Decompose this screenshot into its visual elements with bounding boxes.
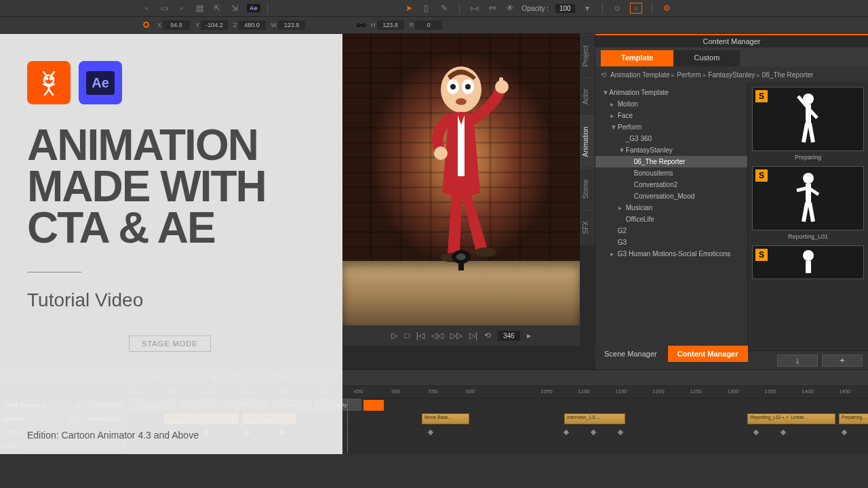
motion-clip[interactable]: Interview_1.0… [564, 413, 625, 424]
playhead[interactable] [347, 399, 348, 453]
vtab-animation[interactable]: Animation [580, 115, 595, 167]
ae-export-badge[interactable]: Ae [247, 4, 260, 12]
link-icon[interactable]: ⚯ [487, 3, 498, 14]
select-tool-icon[interactable]: ➤ [403, 3, 414, 14]
opacity-value[interactable]: 100 [555, 4, 575, 13]
add-button[interactable]: + [822, 354, 863, 367]
tree-item[interactable]: ▸ Face [595, 110, 747, 121]
paint-icon[interactable]: ✎ [439, 3, 450, 14]
clip-marker[interactable] [363, 400, 384, 411]
stage-mode-button[interactable]: STAGE MODE [129, 336, 211, 352]
tree-item[interactable]: ▼ FantasyStanley [595, 144, 747, 156]
keyframe-diamond[interactable] [781, 430, 786, 435]
ruler-tick: 600 [466, 388, 475, 394]
tree-item[interactable]: Conversation_Mood [595, 190, 747, 202]
thumbnail-item[interactable]: S [752, 245, 864, 282]
go-start-icon[interactable]: |◁ [416, 331, 425, 340]
tree-item[interactable]: ▼ Perform [595, 121, 747, 133]
template-tree[interactable]: ▼ Animation Template▸ Motion▸ Face▼ Perf… [595, 83, 748, 350]
spotlight-prop[interactable] [448, 246, 475, 273]
tree-item[interactable]: G2 [595, 225, 747, 237]
loop-icon[interactable]: ⟲ [484, 331, 491, 340]
breadcrumb: ⟲ Animation Template ▸ Perform ▸ Fantasy… [595, 66, 868, 83]
panel-tab-custom[interactable]: Custom [673, 50, 740, 66]
lock-icon[interactable]: ⭘ [141, 19, 152, 31]
panel-tab-template[interactable]: Template [601, 50, 673, 66]
play-icon[interactable]: ▷ [391, 331, 397, 340]
breadcrumb-item[interactable]: Perform [677, 71, 701, 79]
tree-item[interactable]: OfficeLife [595, 214, 747, 225]
tree-item[interactable]: Conversation2 [595, 179, 747, 190]
motion-clip[interactable]: Reporting_L02 • ✓ Linear… [747, 413, 835, 424]
save-icon[interactable]: ▫ [176, 3, 187, 14]
play-range-icon[interactable]: ▹◃ [469, 3, 480, 14]
keyframe-diamond[interactable] [753, 430, 759, 435]
page-icon[interactable]: ▯ [421, 3, 432, 14]
keyframe-diamond[interactable] [428, 430, 433, 435]
tree-item[interactable]: ▸ G3 Human Motions-Social Emoticons [595, 248, 747, 260]
import-icon[interactable]: ⇲ [229, 3, 240, 14]
tree-item[interactable]: Bonousitems [595, 167, 747, 179]
breadcrumb-item[interactable]: 06_The Reporter [762, 71, 814, 79]
panel-tabs: TemplateCustom [595, 47, 868, 66]
go-end-icon[interactable]: ▷| [469, 331, 477, 340]
vtab-sfx[interactable]: SFX [580, 209, 595, 245]
prev-frame-icon[interactable]: ◁◁ [431, 331, 443, 340]
transform-z[interactable]: 480.0 [239, 20, 266, 30]
face-active-icon[interactable]: ☺ [630, 3, 642, 14]
tree-item[interactable]: 06_The Reporter [595, 156, 747, 167]
svg-rect-9 [499, 77, 503, 87]
vtab-scene[interactable]: Scene [580, 168, 595, 209]
ruler-tick: 1100 [578, 388, 590, 394]
export-icon[interactable]: ⇱ [212, 3, 222, 14]
keyframe-diamond[interactable] [591, 430, 596, 435]
transform-x[interactable]: 94.8 [163, 20, 190, 30]
vtab-actor[interactable]: Actor [580, 77, 595, 115]
content-manager-tab[interactable]: Content Manager [668, 346, 748, 362]
current-frame[interactable]: 346 [498, 331, 520, 341]
playback-controls: ▷ □ |◁ ◁◁ ▷▷ ▷| ⟲ 346 ▸ [342, 325, 580, 346]
layers-icon[interactable]: ▤ [194, 3, 205, 14]
open-icon[interactable]: ▭ [159, 3, 170, 14]
apply-button[interactable]: ↓ [777, 354, 818, 367]
breadcrumb-item[interactable]: FantasyStanley [708, 71, 755, 79]
tree-item[interactable]: G3 [595, 237, 747, 248]
transform-h[interactable]: 123.8 [377, 20, 404, 30]
character-fred[interactable] [400, 57, 522, 274]
motion-clip[interactable]: Preparing… [839, 413, 868, 424]
tree-item[interactable]: _G3 360 [595, 133, 747, 144]
keyframe-diamond[interactable] [842, 430, 847, 435]
svg-point-31 [46, 78, 47, 79]
thumbnail-item[interactable]: SReporting_L01 [752, 166, 864, 240]
settings-icon[interactable]: ⚙ [662, 3, 673, 14]
tree-item[interactable]: ▸ Musician [595, 202, 747, 214]
new-file-icon[interactable]: ▫ [141, 3, 152, 14]
stop-icon[interactable]: □ [404, 331, 409, 340]
breadcrumb-item[interactable]: Animation Template [610, 71, 670, 79]
keyframe-diamond[interactable] [618, 430, 623, 435]
thumbnail-item[interactable]: SPreparing [752, 87, 864, 161]
svg-point-2 [450, 84, 456, 89]
viewport[interactable] [342, 34, 580, 325]
transform-y[interactable]: -104.2 [201, 20, 228, 30]
tree-item[interactable]: ▸ Motion [595, 98, 747, 110]
thumbnail-pane[interactable]: SPreparingSReporting_L01S [748, 83, 868, 350]
transform-w[interactable]: 123.8 [278, 20, 305, 30]
vtab-project[interactable]: Project [580, 34, 595, 77]
motion-clip[interactable]: Move Back… [422, 413, 469, 424]
divider [27, 272, 81, 272]
link-wh-icon[interactable]: ⚯ [357, 19, 366, 32]
transform-r[interactable]: 0 [415, 20, 442, 30]
ruler-tick: 1150 [615, 388, 627, 394]
eye-icon[interactable]: 👁 [505, 3, 515, 14]
tree-item[interactable]: ▼ Animation Template [595, 87, 747, 98]
ruler-tick: 550 [429, 388, 437, 394]
refresh-icon[interactable]: ⟲ [601, 71, 606, 79]
face-outline-icon[interactable]: ☺ [612, 3, 623, 14]
next-frame-icon[interactable]: ▷▷ [450, 331, 462, 340]
opacity-dropdown-icon[interactable]: ▾ [582, 3, 593, 14]
frame-step-icon[interactable]: ▸ [527, 331, 531, 340]
svg-point-10 [434, 146, 448, 160]
scene-manager-tab[interactable]: Scene Manager [595, 346, 667, 362]
keyframe-diamond[interactable] [564, 430, 569, 435]
